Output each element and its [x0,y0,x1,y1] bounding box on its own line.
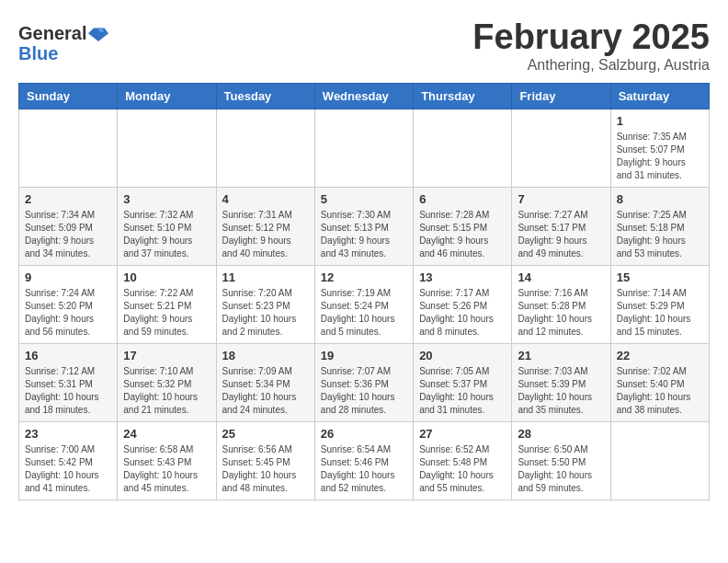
calendar-cell: 15Sunrise: 7:14 AM Sunset: 5:29 PM Dayli… [610,265,709,343]
day-number: 26 [321,427,407,441]
calendar-cell [512,109,610,187]
calendar-cell: 5Sunrise: 7:30 AM Sunset: 5:13 PM Daylig… [314,187,413,265]
day-number: 20 [419,349,506,362]
day-number: 18 [222,349,309,362]
logo-blue-text: Blue [18,44,108,63]
day-info: Sunrise: 7:03 AM Sunset: 5:39 PM Dayligh… [518,365,604,417]
day-number: 2 [25,192,111,206]
page-header: General Blue February 2025 Anthering, Sa… [18,18,710,74]
day-number: 15 [617,270,703,284]
calendar-cell: 20Sunrise: 7:05 AM Sunset: 5:37 PM Dayli… [414,343,512,421]
day-number: 17 [123,349,210,362]
calendar-cell: 1Sunrise: 7:35 AM Sunset: 5:07 PM Daylig… [610,109,709,187]
day-info: Sunrise: 7:35 AM Sunset: 5:07 PM Dayligh… [617,131,703,182]
calendar-cell: 14Sunrise: 7:16 AM Sunset: 5:28 PM Dayli… [512,265,610,343]
day-number: 16 [25,349,111,362]
weekday-header-row: SundayMondayTuesdayWednesdayThursdayFrid… [19,83,710,109]
calendar-cell: 27Sunrise: 6:52 AM Sunset: 5:48 PM Dayli… [414,421,512,500]
day-info: Sunrise: 6:54 AM Sunset: 5:46 PM Dayligh… [321,443,407,495]
day-info: Sunrise: 7:00 AM Sunset: 5:42 PM Dayligh… [25,443,111,495]
calendar-cell: 8Sunrise: 7:25 AM Sunset: 5:18 PM Daylig… [610,187,709,265]
day-info: Sunrise: 7:07 AM Sunset: 5:36 PM Dayligh… [321,365,407,417]
day-info: Sunrise: 7:20 AM Sunset: 5:23 PM Dayligh… [222,287,309,339]
day-number: 13 [419,270,506,284]
day-number: 11 [222,270,309,284]
day-info: Sunrise: 7:10 AM Sunset: 5:32 PM Dayligh… [123,365,210,417]
calendar-cell: 28Sunrise: 6:50 AM Sunset: 5:50 PM Dayli… [512,421,610,500]
calendar-cell [610,421,709,500]
calendar-body: 1Sunrise: 7:35 AM Sunset: 5:07 PM Daylig… [19,109,710,500]
day-info: Sunrise: 7:19 AM Sunset: 5:24 PM Dayligh… [321,287,407,339]
day-number: 25 [222,427,309,441]
calendar-cell: 7Sunrise: 7:27 AM Sunset: 5:17 PM Daylig… [512,187,610,265]
calendar-cell: 6Sunrise: 7:28 AM Sunset: 5:15 PM Daylig… [414,187,512,265]
day-number: 23 [25,427,111,441]
day-info: Sunrise: 6:50 AM Sunset: 5:50 PM Dayligh… [518,443,604,495]
logo: General Blue [18,23,108,63]
day-number: 19 [321,349,407,362]
calendar-cell: 18Sunrise: 7:09 AM Sunset: 5:34 PM Dayli… [216,343,314,421]
calendar-week-row: 2Sunrise: 7:34 AM Sunset: 5:09 PM Daylig… [19,187,710,265]
calendar-table: SundayMondayTuesdayWednesdayThursdayFrid… [18,83,710,500]
day-info: Sunrise: 7:30 AM Sunset: 5:13 PM Dayligh… [321,209,407,260]
day-info: Sunrise: 6:52 AM Sunset: 5:48 PM Dayligh… [419,443,506,495]
weekday-header-tuesday: Tuesday [216,83,314,109]
logo-general-text: General [18,23,86,44]
weekday-header-monday: Monday [118,83,216,109]
calendar-cell [118,109,216,187]
calendar-cell: 24Sunrise: 6:58 AM Sunset: 5:43 PM Dayli… [118,421,216,500]
day-info: Sunrise: 7:12 AM Sunset: 5:31 PM Dayligh… [25,365,111,417]
day-number: 21 [518,349,604,362]
day-number: 1 [617,114,703,128]
calendar-cell: 16Sunrise: 7:12 AM Sunset: 5:31 PM Dayli… [19,343,118,421]
day-info: Sunrise: 7:24 AM Sunset: 5:20 PM Dayligh… [25,287,111,339]
calendar-cell: 4Sunrise: 7:31 AM Sunset: 5:12 PM Daylig… [216,187,314,265]
weekday-header-saturday: Saturday [610,83,709,109]
calendar-cell: 17Sunrise: 7:10 AM Sunset: 5:32 PM Dayli… [118,343,216,421]
calendar-cell: 12Sunrise: 7:19 AM Sunset: 5:24 PM Dayli… [314,265,413,343]
calendar-cell: 22Sunrise: 7:02 AM Sunset: 5:40 PM Dayli… [610,343,709,421]
calendar-cell: 11Sunrise: 7:20 AM Sunset: 5:23 PM Dayli… [216,265,314,343]
day-info: Sunrise: 7:14 AM Sunset: 5:29 PM Dayligh… [617,287,703,339]
day-number: 3 [123,192,210,206]
day-info: Sunrise: 7:28 AM Sunset: 5:15 PM Dayligh… [419,209,506,260]
weekday-header-friday: Friday [512,83,610,109]
calendar-cell [19,109,118,187]
calendar-cell: 23Sunrise: 7:00 AM Sunset: 5:42 PM Dayli… [19,421,118,500]
calendar-cell: 21Sunrise: 7:03 AM Sunset: 5:39 PM Dayli… [512,343,610,421]
day-number: 9 [25,270,111,284]
day-number: 14 [518,270,604,284]
calendar-cell: 25Sunrise: 6:56 AM Sunset: 5:45 PM Dayli… [216,421,314,500]
day-info: Sunrise: 7:25 AM Sunset: 5:18 PM Dayligh… [617,209,703,260]
calendar-week-row: 23Sunrise: 7:00 AM Sunset: 5:42 PM Dayli… [19,421,710,500]
day-info: Sunrise: 7:22 AM Sunset: 5:21 PM Dayligh… [123,287,210,339]
day-info: Sunrise: 7:09 AM Sunset: 5:34 PM Dayligh… [222,365,309,417]
day-number: 10 [123,270,210,284]
calendar-cell: 3Sunrise: 7:32 AM Sunset: 5:10 PM Daylig… [118,187,216,265]
day-number: 8 [617,192,703,206]
title-block: February 2025 Anthering, Salzburg, Austr… [472,18,710,74]
day-info: Sunrise: 6:58 AM Sunset: 5:43 PM Dayligh… [123,443,210,495]
calendar-cell: 26Sunrise: 6:54 AM Sunset: 5:46 PM Dayli… [314,421,413,500]
calendar-cell: 19Sunrise: 7:07 AM Sunset: 5:36 PM Dayli… [314,343,413,421]
calendar-cell: 2Sunrise: 7:34 AM Sunset: 5:09 PM Daylig… [19,187,118,265]
calendar-cell: 10Sunrise: 7:22 AM Sunset: 5:21 PM Dayli… [118,265,216,343]
day-number: 4 [222,192,309,206]
calendar-cell [314,109,413,187]
calendar-week-row: 1Sunrise: 7:35 AM Sunset: 5:07 PM Daylig… [19,109,710,187]
calendar-cell: 9Sunrise: 7:24 AM Sunset: 5:20 PM Daylig… [19,265,118,343]
logo-icon [88,24,108,44]
day-info: Sunrise: 7:05 AM Sunset: 5:37 PM Dayligh… [419,365,506,417]
day-info: Sunrise: 7:17 AM Sunset: 5:26 PM Dayligh… [419,287,506,339]
weekday-header-sunday: Sunday [19,83,118,109]
calendar-cell [414,109,512,187]
day-number: 6 [419,192,506,206]
calendar-cell: 13Sunrise: 7:17 AM Sunset: 5:26 PM Dayli… [414,265,512,343]
day-info: Sunrise: 7:34 AM Sunset: 5:09 PM Dayligh… [25,209,111,260]
location-subtitle: Anthering, Salzburg, Austria [472,57,710,74]
day-number: 28 [518,427,604,441]
day-info: Sunrise: 7:32 AM Sunset: 5:10 PM Dayligh… [123,209,210,260]
calendar-week-row: 16Sunrise: 7:12 AM Sunset: 5:31 PM Dayli… [19,343,710,421]
weekday-header-wednesday: Wednesday [314,83,413,109]
day-number: 22 [617,349,703,362]
